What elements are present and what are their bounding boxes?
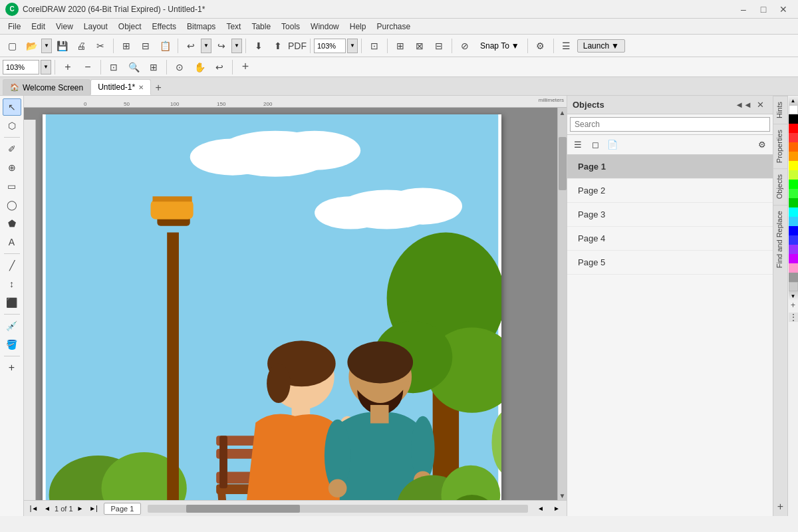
add-button-left[interactable]: + [3, 359, 21, 376]
undo-button[interactable]: ↩ [182, 37, 200, 55]
color-swatch-1[interactable] [789, 114, 798, 124]
zoom-pan-button[interactable]: ✋ [190, 59, 209, 76]
color-swatch-blue[interactable] [789, 226, 798, 235]
open-button[interactable]: 📂 [22, 37, 41, 55]
panel-search-input[interactable] [570, 117, 770, 132]
eyedropper-tool[interactable]: 💉 [3, 317, 21, 334]
color-swatch-3[interactable] [789, 142, 798, 152]
zoom-input[interactable]: 103% [314, 39, 346, 53]
page-tab[interactable]: Page 1 [104, 503, 142, 515]
palette-scroll-up[interactable]: ▲ [789, 96, 798, 105]
distribute-button[interactable]: ⊠ [410, 37, 429, 55]
minimize-button[interactable]: – [734, 2, 753, 17]
menu-window[interactable]: Window [305, 21, 344, 33]
pdf-button[interactable]: PDF [288, 37, 307, 55]
zoom-marquee-button[interactable]: ⊙ [170, 59, 189, 76]
import-button[interactable]: ⬇ [249, 37, 268, 55]
panel-close-button[interactable]: ✕ [753, 98, 767, 112]
palette-more-button[interactable]: ⋮ [789, 313, 798, 322]
sidebar-tab-objects[interactable]: Objects [773, 168, 787, 204]
menu-object[interactable]: Object [113, 21, 147, 33]
sidebar-tab-find-replace[interactable]: Find and Replace [773, 205, 787, 273]
page-first-button[interactable]: |◄ [28, 503, 40, 515]
color-swatch-red[interactable] [789, 124, 798, 133]
menu-bitmaps[interactable]: Bitmaps [182, 21, 221, 33]
shape-tool[interactable]: ⬡ [3, 117, 21, 134]
color-swatch-11[interactable] [789, 282, 798, 291]
zoom-level-control[interactable]: 103% ▼ [314, 39, 358, 53]
bottom-scrollbar-thumb[interactable] [186, 505, 300, 513]
menu-tools[interactable]: Tools [276, 21, 305, 33]
zoom-prev-button[interactable]: ↩ [210, 59, 229, 76]
tab-close-icon[interactable]: ✕ [138, 84, 144, 91]
rectangle-tool[interactable]: ▭ [3, 178, 21, 195]
snap-to-control[interactable]: Snap To ▼ [475, 39, 524, 53]
color-swatch-5[interactable] [789, 189, 798, 198]
redo-button[interactable]: ↪ [212, 37, 231, 55]
color-swatch-yellow[interactable] [789, 161, 798, 170]
tab-welcome[interactable]: 🏠 Welcome Screen [3, 79, 90, 95]
color-swatch-10[interactable] [789, 273, 798, 282]
text-tool[interactable]: A [3, 233, 21, 251]
menu-edit[interactable]: Edit [26, 21, 51, 33]
zoom-selected-button[interactable]: ⊞ [144, 59, 163, 76]
clipboard-button[interactable]: 📋 [156, 37, 174, 55]
options-button[interactable]: ☰ [557, 37, 576, 55]
zoom-fit-button[interactable]: ⊡ [104, 59, 123, 76]
scroll-down-button[interactable]: ▼ [558, 491, 567, 500]
sidebar-tab-properties[interactable]: Properties [773, 124, 787, 168]
dimension-tool[interactable]: ↕ [3, 275, 21, 293]
page-prev-button[interactable]: ◄ [41, 503, 53, 515]
sidebar-tab-hints[interactable]: Hints [773, 96, 787, 124]
cut-button[interactable]: ✂ [91, 37, 110, 55]
open-dropdown[interactable]: ▼ [41, 39, 52, 53]
menu-file[interactable]: File [3, 21, 26, 33]
maximize-button[interactable]: □ [754, 2, 773, 17]
panel-expand-button[interactable]: ◄◄ [736, 98, 751, 112]
canvas-inner[interactable] [36, 108, 557, 500]
full-screen-button[interactable]: ⊡ [365, 37, 384, 55]
panel-settings-button[interactable]: ⚙ [754, 137, 770, 153]
no-snap-button[interactable]: ⊘ [456, 37, 474, 55]
menu-view[interactable]: View [51, 21, 78, 33]
position-button[interactable]: ⊟ [430, 37, 448, 55]
page-item-3[interactable]: Page 3 [567, 203, 773, 227]
color-swatch-8[interactable] [789, 235, 798, 245]
grid2-button[interactable]: ⊟ [136, 37, 155, 55]
menu-effects[interactable]: Effects [147, 21, 182, 33]
page-item-2[interactable]: Page 2 [567, 179, 773, 203]
menu-text[interactable]: Text [221, 21, 246, 33]
freehand-tool[interactable]: ✐ [3, 140, 21, 158]
fill-tool[interactable]: 🪣 [3, 336, 21, 353]
tab-untitled[interactable]: Untitled-1* ✕ [90, 79, 151, 95]
launch-button[interactable]: Launch ▼ [577, 39, 625, 53]
zoom-level-small[interactable]: ▼ [3, 60, 51, 74]
zoom-small-dropdown[interactable]: ▼ [41, 60, 51, 74]
menu-help[interactable]: Help [344, 21, 372, 33]
page-item-5[interactable]: Page 5 [567, 251, 773, 275]
align-button[interactable]: ⊞ [391, 37, 410, 55]
color-swatch-green[interactable] [789, 180, 798, 189]
settings-button[interactable]: ⚙ [531, 37, 550, 55]
add-view-button[interactable]: + [236, 59, 255, 76]
color-swatch-cyan[interactable] [789, 207, 798, 217]
page-next-button[interactable]: ► [74, 503, 86, 515]
redo-dropdown[interactable]: ▼ [231, 39, 242, 53]
interactive-tool[interactable]: ⬛ [3, 294, 21, 311]
color-swatch-7[interactable] [789, 217, 798, 226]
scroll-up-button[interactable]: ▲ [558, 108, 567, 117]
ellipse-tool[interactable]: ◯ [3, 196, 21, 213]
page-item-1[interactable]: Page 1 [567, 155, 773, 179]
zoom-dropdown[interactable]: ▼ [347, 39, 358, 53]
zoom-in-button[interactable]: + [59, 59, 77, 76]
scroll-right-button[interactable]: ► [551, 503, 563, 515]
polygon-tool[interactable]: ⬟ [3, 215, 21, 232]
color-swatch-6[interactable] [789, 198, 798, 207]
smart-fill-tool[interactable]: ⊕ [3, 159, 21, 176]
panel-layer-button[interactable]: ☰ [570, 137, 586, 153]
panel-object-button[interactable]: ◻ [587, 137, 603, 153]
connector-tool[interactable]: ╱ [3, 257, 21, 274]
select-tool[interactable]: ↖ [3, 98, 21, 116]
drawing-canvas[interactable] [43, 114, 501, 500]
bottom-scrollbar[interactable] [148, 505, 528, 513]
